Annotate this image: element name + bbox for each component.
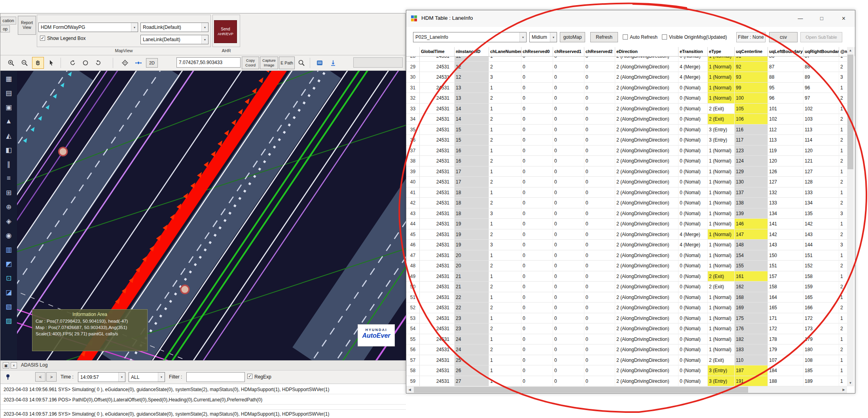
scroll-up-button[interactable]: ▲	[847, 47, 854, 54]
col-header-nInstanceID[interactable]: nInstanceID	[455, 47, 489, 56]
report-view-button[interactable]: Report View	[18, 16, 36, 35]
table-row[interactable]: 28245311210002 (AlongDrivingDirection)0 …	[406, 57, 847, 62]
lane-lines-icon[interactable]: ∥	[2, 158, 15, 170]
scroll-down-button[interactable]: ▼	[847, 380, 854, 386]
open-subtable-button[interactable]: Open SubTable	[800, 32, 842, 42]
pan-button[interactable]	[32, 57, 44, 69]
capture-image-button[interactable]: Capture Image	[260, 57, 278, 69]
slope-icon[interactable]: ◧	[2, 144, 15, 156]
close-panel-button[interactable]: ×	[11, 362, 17, 369]
col-header-uqLeftBoundary[interactable]: uqLeftBoundary	[768, 47, 804, 56]
2d-mode-button[interactable]: 2D	[146, 58, 158, 68]
select-button[interactable]	[45, 57, 57, 69]
table-row[interactable]: 57245312510002 (AlongDrivingDirection)0 …	[406, 355, 847, 366]
table-row[interactable]: 30245311230002 (AlongDrivingDirection)4 …	[406, 72, 847, 83]
minimize-button[interactable]: —	[790, 10, 811, 26]
zoom-out-button[interactable]	[19, 57, 30, 69]
horizontal-scroll-thumb[interactable]	[414, 387, 748, 393]
col-header-chReserved0[interactable]: chReserved0	[521, 47, 553, 56]
table-select-combo[interactable]: P02S_LaneInfo ▼	[413, 32, 527, 42]
csv-button[interactable]: csv	[769, 32, 798, 42]
table-row[interactable]: 43245311830002 (AlongDrivingDirection)0 …	[406, 208, 847, 219]
table-row[interactable]: 49245312110002 (AlongDrivingDirection)0 …	[406, 271, 847, 282]
rotate-right-button[interactable]	[92, 57, 104, 69]
table-row[interactable]: 31245311310002 (AlongDrivingDirection)0 …	[406, 83, 847, 93]
refresh-button[interactable]: Refresh	[590, 32, 618, 42]
e-path-button[interactable]: E Path	[279, 57, 295, 69]
form-of-way-combo[interactable]: HDM FormOfWayPG ▼	[38, 23, 138, 32]
float-panel-button[interactable]: ▣	[3, 362, 9, 369]
coordinate-input[interactable]: 7.074267,50.903433	[176, 57, 241, 68]
table-row[interactable]: 45245311920002 (AlongDrivingDirection)4 …	[406, 229, 847, 240]
table-row[interactable]: 59245312710002 (AlongDrivingDirection)0 …	[406, 376, 847, 387]
window-titlebar[interactable]: HDM Table : LaneInfo — □ ×	[406, 10, 855, 27]
log-list[interactable]: 2023-04-03 14:09:56.961 SYS> Simulating(…	[0, 384, 406, 418]
table-row[interactable]: 39245311710002 (AlongDrivingDirection)0 …	[406, 166, 847, 177]
traffic-icon[interactable]: ◪	[2, 286, 15, 299]
table-row[interactable]: 35245311510002 (AlongDrivingDirection)0 …	[406, 125, 847, 135]
table-row[interactable]: 41245311810002 (AlongDrivingDirection)0 …	[406, 187, 847, 198]
table-row[interactable]: 29245311220002 (AlongDrivingDirection)4 …	[406, 62, 847, 72]
dock-tab-application[interactable]: cation	[0, 17, 16, 25]
zoom-in-button[interactable]	[5, 57, 17, 69]
search-map-button[interactable]	[296, 57, 307, 69]
route-icon[interactable]: ▥	[2, 243, 15, 256]
vertical-scroll-thumb[interactable]	[847, 55, 853, 169]
size-combo[interactable]: Midium ▼	[529, 32, 557, 42]
col-header-chReserved2[interactable]: chReserved2	[584, 47, 615, 56]
auto-refresh-checkbox[interactable]	[623, 34, 628, 40]
table-row[interactable]: 52245312220002 (AlongDrivingDirection)0 …	[406, 303, 847, 313]
show-legend-checkbox[interactable]: ✓	[40, 36, 45, 41]
col-header-uqCenterline[interactable]: uqCenterline	[735, 47, 768, 56]
rotate-left-button[interactable]	[67, 57, 79, 69]
table-row[interactable]: 55245312410002 (AlongDrivingDirection)0 …	[406, 334, 847, 345]
dock-tab-op[interactable]: op	[0, 25, 10, 32]
col-header-eType[interactable]: eType	[708, 47, 735, 56]
table-row[interactable]: 54245312320002 (AlongDrivingDirection)0 …	[406, 323, 847, 334]
time-combo[interactable]: 14:09:57 ▼	[78, 372, 125, 382]
add-tile-icon[interactable]: ⊞	[2, 186, 15, 199]
bridge-icon[interactable]: ◭	[2, 129, 15, 142]
poi-diamond-icon[interactable]: ◈	[2, 215, 15, 227]
col-header-eDirection[interactable]: eDirection	[615, 47, 678, 56]
log-level-combo[interactable]: ALL ▼	[129, 372, 165, 382]
col-header-chReserved1[interactable]: chReserved1	[553, 47, 584, 56]
pin-log-button[interactable]	[3, 372, 13, 382]
close-button[interactable]: ×	[832, 10, 855, 26]
vertical-scrollbar[interactable]: ▲ ▼	[847, 47, 854, 386]
log-row[interactable]: 2023-04-03 14:09:57.196 SYS> Simulating(…	[0, 409, 406, 418]
camera-icon[interactable]: ⊡	[2, 272, 15, 284]
table-row[interactable]: 37245311610002 (AlongDrivingDirection)0 …	[406, 146, 847, 156]
send-ahr-evp-button[interactable]: Send AHR/EVP	[214, 20, 237, 43]
junction-icon[interactable]: ⊕	[2, 200, 15, 213]
scroll-left-button[interactable]: ◀	[406, 386, 413, 393]
log-row[interactable]: 2023-04-03 14:09:56.961 SYS> Simulating(…	[0, 385, 406, 394]
antenna-icon[interactable]: ▲	[2, 115, 15, 128]
regexp-checkbox[interactable]: ✓	[247, 374, 252, 379]
map-viewport[interactable]: Information Area Car : Pos(7.07298423, 5…	[17, 71, 406, 360]
scroll-right-button[interactable]: ▶	[840, 386, 847, 393]
building-layer-icon[interactable]: ▣	[2, 101, 15, 113]
table-row[interactable]: 51245312210002 (AlongDrivingDirection)0 …	[406, 292, 847, 303]
table-row[interactable]: 36245311520002 (AlongDrivingDirection)0 …	[406, 135, 847, 146]
col-header-GlobalTime[interactable]: GlobalTime	[420, 47, 455, 56]
table-row[interactable]: 38245311620002 (AlongDrivingDirection)0 …	[406, 156, 847, 166]
table-row[interactable]: 56245312420002 (AlongDrivingDirection)0 …	[406, 344, 847, 355]
table-row[interactable]: 40245311720002 (AlongDrivingDirection)0 …	[406, 177, 847, 187]
settings-layer-icon[interactable]: ▨	[2, 314, 15, 327]
log-filter-input[interactable]	[186, 372, 245, 382]
table-row[interactable]: 53245312310002 (AlongDrivingDirection)0 …	[406, 313, 847, 324]
log-row[interactable]: 2023-04-03 14:09:57.196 POS> PathID(0),O…	[0, 395, 406, 405]
col-header-chLaneNumber[interactable]: chLaneNumber	[489, 47, 521, 56]
gps-button[interactable]	[133, 57, 144, 69]
col-header-uqRightBoundary[interactable]: uqRightBoundary	[804, 47, 839, 56]
grid-layer-icon[interactable]: ▦	[2, 72, 15, 85]
table-row[interactable]: 44245311910002 (AlongDrivingDirection)0 …	[406, 219, 847, 229]
download-button[interactable]	[327, 57, 339, 69]
tile-layer-icon[interactable]: ▤	[2, 87, 15, 99]
visible-originmsg-checkbox[interactable]	[662, 34, 667, 40]
table-row[interactable]: 34245311420002 (AlongDrivingDirection)0 …	[406, 114, 847, 125]
target-point-icon[interactable]: ◉	[2, 229, 15, 242]
panel-button[interactable]	[314, 57, 326, 69]
table-row[interactable]: 33245311410002 (AlongDrivingDirection)0 …	[406, 104, 847, 114]
